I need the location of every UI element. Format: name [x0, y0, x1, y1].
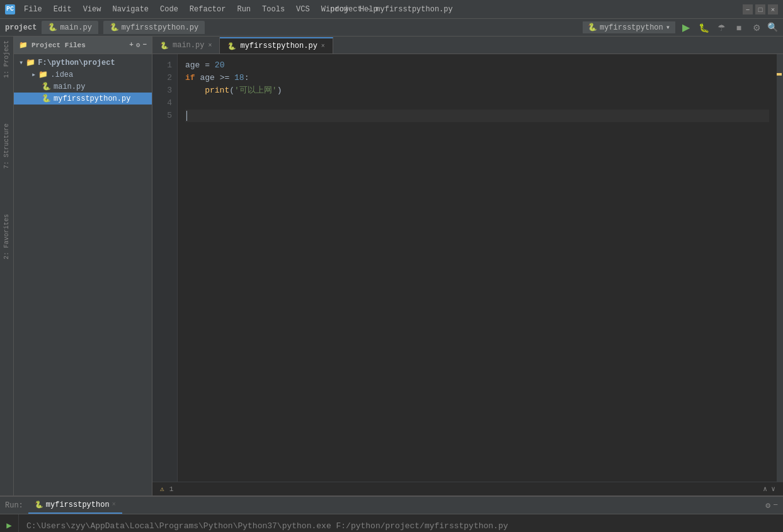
play-button[interactable]: ▶ [3, 519, 16, 532]
bottom-panel: Run: 🐍 myfirsstpython × ⚙ − ▶ ▲ ▼ ↩ ⤓ 🖨 … [0, 495, 783, 532]
warning-bar: ⚠ 1 ∧ ∨ [152, 482, 783, 495]
project-panel-title: Project Files [31, 42, 86, 49]
editor-tab-main[interactable]: 🐍 main.py × [152, 37, 220, 54]
run-label: Run: [5, 501, 23, 510]
left-panel-labels: 1: Project 7: Structure 2: Favorites [0, 37, 14, 495]
close-tab-main[interactable]: × [208, 42, 212, 49]
var-age2: age [200, 72, 219, 84]
project-tab-main-label: main.py [60, 23, 91, 32]
bottom-controls: ⚙ − [765, 501, 778, 511]
right-gutter [777, 54, 783, 482]
code-line-4 [185, 97, 769, 110]
build-button[interactable]: ⚙ [750, 21, 763, 35]
nav-icons: ∧ ∨ [763, 485, 775, 493]
editor-area: 🐍 main.py × 🐍 myfirsstpython.py × 1 2 3 … [152, 37, 783, 495]
menu-run[interactable]: Run [232, 4, 256, 15]
run-config-name: myfirsstpython [600, 23, 663, 32]
editor-tabs: 🐍 main.py × 🐍 myfirsstpython.py × [152, 37, 783, 54]
colon: : [244, 72, 249, 84]
bottom-tab-run-label: myfirsstpython [46, 501, 110, 509]
tree-item-root[interactable]: ▾ 📁 F:\python\project [14, 57, 152, 69]
title-bar-left: PC File Edit View Navigate Code Refactor… [5, 4, 383, 15]
project-tab-myfirst-label: myfirsstpython.py [122, 23, 198, 32]
line-num-1: 1 [152, 59, 177, 72]
tree-item-root-label: F:\python\project [38, 59, 115, 67]
menu-bar: File Edit View Navigate Code Refactor Ru… [19, 4, 383, 15]
sidebar-label-project[interactable]: 1: Project [3, 37, 10, 82]
folder-icon2: 📁 [26, 58, 35, 67]
indent [185, 84, 205, 97]
close-run-tab[interactable]: × [112, 501, 116, 508]
project-bar: project 🐍 main.py 🐍 myfirsstpython.py 🐍 … [0, 19, 783, 37]
str-val: '可以上网' [234, 84, 277, 97]
collapse-icon[interactable]: − [142, 41, 147, 49]
code-content[interactable]: age = 20 if age >= 18 : print ( [178, 54, 777, 482]
coverage-button[interactable]: ☂ [714, 21, 728, 35]
tree-item-idea[interactable]: ▸ 📁 .idea [14, 69, 152, 81]
tree-item-idea-label: .idea [50, 71, 73, 79]
code-line-1: age = 20 [185, 59, 769, 72]
file-tree: ▾ 📁 F:\python\project ▸ 📁 .idea 🐍 main.p… [14, 54, 152, 495]
op-eq: = [205, 59, 215, 72]
close-tab-myfirst[interactable]: × [321, 43, 325, 50]
line-num-5: 5 [152, 110, 177, 122]
settings-icon[interactable]: ⚙ [136, 41, 140, 49]
menu-code[interactable]: Code [155, 4, 183, 15]
main-layout: 1: Project 7: Structure 2: Favorites 📁 P… [0, 37, 783, 495]
menu-refactor[interactable]: Refactor [185, 4, 231, 15]
py-icon2: 🐍 [110, 23, 119, 32]
app-logo: PC [5, 4, 15, 14]
paren-close: ) [277, 84, 282, 97]
py-tab-icon: 🐍 [160, 42, 169, 50]
project-panel: 📁 Project Files + ⚙ − ▾ 📁 F:\python\proj… [14, 37, 152, 495]
maximize-button[interactable]: □ [755, 4, 765, 14]
folder-icon: 📁 [19, 41, 28, 49]
console-output: C:\Users\zyy\AppData\Local\Programs\Pyth… [19, 514, 783, 532]
warning-gutter-indicator [777, 73, 782, 76]
tree-item-myfirst[interactable]: 🐍 myfirsstpython.py [14, 93, 152, 105]
menu-vcs[interactable]: VCS [291, 4, 315, 15]
stop-button[interactable]: ■ [732, 21, 746, 35]
menu-file[interactable]: File [19, 4, 47, 15]
editor-tab-myfirst[interactable]: 🐍 myfirsstpython.py × [220, 37, 333, 54]
sidebar-label-structure[interactable]: 7: Structure [3, 120, 10, 173]
menu-navigate[interactable]: Navigate [107, 4, 154, 15]
editor-tab-main-label: main.py [173, 41, 204, 50]
close-button[interactable]: × [768, 4, 778, 14]
minimize-button[interactable]: − [743, 4, 753, 14]
line-num-2: 2 [152, 72, 177, 84]
py-file-icon: 🐍 [42, 82, 51, 91]
debug-button[interactable]: 🐛 [697, 21, 711, 35]
editor-tab-myfirst-label: myfirsstpython.py [240, 42, 317, 50]
bottom-tab-run[interactable]: 🐍 myfirsstpython × [28, 497, 122, 514]
project-tab-main[interactable]: 🐍 main.py [42, 21, 98, 34]
num-18: 18 [234, 72, 244, 84]
line-num-4: 4 [152, 97, 177, 110]
sidebar-label-favorites[interactable]: 2: Favorites [3, 210, 10, 263]
code-editor[interactable]: 1 2 3 4 5 age = 20 if age >= 18 [152, 54, 783, 482]
code-line-5 [185, 110, 769, 122]
expand-icon: ▾ [19, 58, 23, 67]
add-icon[interactable]: + [129, 41, 134, 49]
tree-item-main[interactable]: 🐍 main.py [14, 81, 152, 93]
project-tab-myfirst[interactable]: 🐍 myfirsstpython.py [103, 21, 205, 34]
kw-if: if [185, 72, 200, 84]
tree-item-myfirst-label: myfirsstpython.py [54, 94, 130, 103]
search-icon[interactable]: 🔍 [767, 22, 778, 33]
fn-print: print [205, 84, 229, 97]
warning-count: 1 [169, 485, 174, 493]
window-controls: − □ × [743, 4, 778, 14]
py-tab-icon2: 🐍 [227, 42, 236, 50]
line-num-3: 3 [152, 84, 177, 97]
run-button[interactable]: ▶ [679, 21, 693, 35]
menu-edit[interactable]: Edit [49, 4, 77, 15]
menu-view[interactable]: View [78, 4, 106, 15]
settings-icon-bottom[interactable]: ⚙ [765, 501, 770, 511]
title-bar: PC File Edit View Navigate Code Refactor… [0, 0, 783, 19]
py-icon: 🐍 [48, 23, 57, 32]
run-config-dropdown[interactable]: 🐍 myfirsstpython ▾ [583, 21, 675, 33]
panel-icons: + ⚙ − [129, 41, 147, 49]
menu-tools[interactable]: Tools [257, 4, 290, 15]
minimize-icon-bottom[interactable]: − [773, 501, 778, 511]
paren-open: ( [229, 84, 234, 97]
